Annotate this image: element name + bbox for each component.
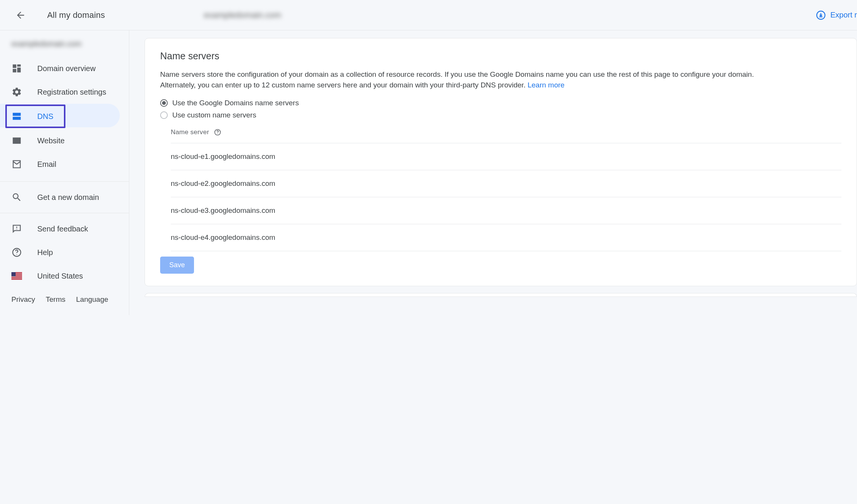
sidebar: exampledomain.com Domain overview Regist… xyxy=(0,30,129,315)
sidebar-item-label: United States xyxy=(37,272,83,281)
sidebar-item-label: Email xyxy=(37,160,56,169)
name-server-row: ns-cloud-e1.googledomains.com xyxy=(171,143,841,170)
radio-custom-nameservers[interactable]: Use custom name servers xyxy=(160,111,841,119)
radio-label: Use custom name servers xyxy=(172,111,256,119)
sidebar-item-get-domain[interactable]: Get a new domain xyxy=(0,185,124,209)
sidebar-item-registration[interactable]: Registration settings xyxy=(0,80,124,104)
sidebar-item-feedback[interactable]: Send feedback xyxy=(0,217,124,241)
main-content: Name servers Name servers store the conf… xyxy=(129,30,857,315)
domain-name-header: exampledomain.com xyxy=(204,10,281,20)
sidebar-item-locale[interactable]: United States xyxy=(0,264,124,288)
sidebar-item-dns[interactable]: DNS xyxy=(5,104,66,129)
email-icon xyxy=(11,159,22,170)
name-server-table: Name server ns-cloud-e1.googledomains.co… xyxy=(160,128,841,251)
name-servers-card: Name servers Name servers store the conf… xyxy=(145,38,857,286)
radio-unchecked-icon xyxy=(160,111,168,119)
sidebar-item-overview[interactable]: Domain overview xyxy=(0,57,124,80)
topbar: All my domains exampledomain.com Export … xyxy=(0,0,857,30)
feedback-icon xyxy=(11,223,22,234)
export-button[interactable]: Export r xyxy=(816,10,857,20)
footer-terms[interactable]: Terms xyxy=(46,295,65,304)
footer-language[interactable]: Language xyxy=(76,295,108,304)
export-label: Export r xyxy=(830,11,857,19)
radio-checked-icon xyxy=(160,99,168,107)
name-server-row: ns-cloud-e2.googledomains.com xyxy=(171,170,841,197)
name-server-header: Name server xyxy=(171,128,841,143)
sidebar-item-website[interactable]: Website xyxy=(0,129,124,152)
footer-links: Privacy Terms Language xyxy=(0,288,129,315)
help-circle-icon[interactable] xyxy=(214,128,221,136)
back-button[interactable] xyxy=(15,10,26,21)
website-icon xyxy=(11,135,22,146)
radio-label: Use the Google Domains name servers xyxy=(172,99,299,107)
learn-more-link[interactable]: Learn more xyxy=(528,81,564,89)
search-icon xyxy=(11,192,22,203)
card-description: Name servers store the configuration of … xyxy=(160,69,769,90)
sidebar-domain-name: exampledomain.com xyxy=(0,37,129,55)
divider xyxy=(0,181,129,182)
sidebar-item-label: Website xyxy=(37,136,65,145)
footer-privacy[interactable]: Privacy xyxy=(11,295,35,304)
help-icon xyxy=(11,247,22,258)
card-title: Name servers xyxy=(160,51,841,62)
divider xyxy=(171,251,841,251)
next-card-peek xyxy=(145,293,857,297)
divider xyxy=(0,213,129,213)
sidebar-item-label: Domain overview xyxy=(37,64,95,73)
sidebar-item-label: Send feedback xyxy=(37,225,88,233)
sidebar-item-label: Help xyxy=(37,248,53,257)
sidebar-item-help[interactable]: Help xyxy=(0,241,124,264)
sidebar-item-label: Get a new domain xyxy=(37,193,99,202)
all-domains-title[interactable]: All my domains xyxy=(47,10,105,20)
save-button[interactable]: Save xyxy=(160,257,194,274)
sidebar-item-email[interactable]: Email xyxy=(0,152,124,176)
sidebar-item-label: DNS xyxy=(37,112,53,121)
radio-google-nameservers[interactable]: Use the Google Domains name servers xyxy=(160,99,841,107)
us-flag-icon xyxy=(11,272,22,280)
dns-icon xyxy=(11,111,22,122)
download-icon xyxy=(816,10,826,20)
dashboard-icon xyxy=(11,63,22,74)
gear-icon xyxy=(11,87,22,97)
name-server-row: ns-cloud-e3.googledomains.com xyxy=(171,197,841,224)
sidebar-item-label: Registration settings xyxy=(37,88,106,97)
name-server-row: ns-cloud-e4.googledomains.com xyxy=(171,224,841,251)
back-arrow-icon xyxy=(15,10,26,21)
